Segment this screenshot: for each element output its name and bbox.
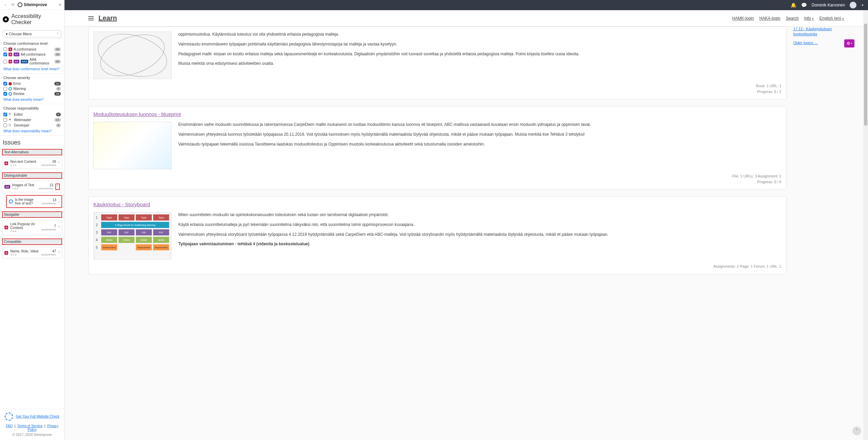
sev-error-row[interactable]: Error 11 [3, 82, 61, 85]
conformance-section: Choose conformance level A A conformance… [0, 39, 64, 74]
bell-icon[interactable]: 🔔 [791, 2, 796, 8]
caret-down-icon: ▾ [851, 42, 852, 45]
issue-image-free-of-text[interactable]: Is the image free of text? 13 occurrence… [6, 195, 62, 208]
full-check-link[interactable]: Get Your Full Website Check [16, 415, 59, 418]
conf-a-checkbox[interactable] [3, 47, 7, 51]
badge-aaa-icon: AAA [21, 60, 28, 63]
learn-link[interactable]: Learn [98, 14, 117, 22]
topic-line2: konkretisointia [793, 32, 817, 36]
developer-icon: ⟨⟩ [8, 123, 13, 127]
copyright-text: © 2017–2020 Siteimprove [2, 433, 62, 437]
conf-a-row[interactable]: A A conformance 25 [3, 47, 61, 51]
chevron-up-icon: ˄ [55, 184, 60, 190]
card1-meta: Book: 1 URL: 1 Progress: 0 / 2 [93, 83, 781, 94]
sidebar-footer: Get Your Full Website Check FAQ | Terms … [0, 409, 64, 440]
resp-webmaster-checkbox[interactable] [3, 118, 7, 122]
severity-title: Choose severity [3, 76, 61, 80]
sev-review-row[interactable]: Review 14 [3, 92, 61, 96]
hamburger-icon[interactable] [88, 16, 94, 20]
conf-aaa-checkbox[interactable] [3, 60, 7, 63]
card3-p1: Miten suunnittelen moduulin tai opintoko… [178, 212, 608, 218]
chat-icon[interactable]: 💬 [801, 2, 807, 8]
info-label: Info [804, 16, 811, 21]
badge-a-icon: A [4, 226, 8, 229]
info-link[interactable]: Info▼ [804, 16, 814, 21]
caret-down-icon: ▼ [842, 18, 844, 20]
card3-title-link[interactable]: Käsikirjoitus - Storyboard [93, 202, 150, 207]
badge-aa-icon: AA [4, 185, 10, 189]
scrollbar-thumb[interactable] [864, 24, 867, 126]
conf-aa-row[interactable]: A AA AA conformance 28 [3, 53, 61, 56]
caret-down-icon: ▼ [812, 18, 814, 20]
sev-error-checkbox[interactable] [3, 82, 7, 85]
card1-meta1: Book: 1 URL: 1 [93, 83, 781, 89]
issue-count-block: 13 occurrences [41, 198, 56, 205]
panel-header: ‹ ⟳ Siteimprove × [0, 0, 64, 10]
choose-filters-toggle[interactable]: ▾ Choose filters ˄ [3, 30, 61, 38]
sev-review-checkbox[interactable] [3, 92, 7, 96]
card2-p2: Valmennuksen yhteydessä luonnos työstetä… [178, 132, 591, 137]
checker-title-row: ✱ Accessibility Checker [0, 10, 64, 29]
chevron-up-icon: ˄ [856, 428, 858, 433]
siteimprove-panel: ‹ ⟳ Siteimprove × ✱ Accessibility Checke… [0, 0, 65, 440]
sev-warning-checkbox[interactable] [3, 87, 7, 91]
card2-p1: Ensimmäinen vaihe moduulin suunnitteluss… [178, 122, 591, 128]
severity-help-link[interactable]: What does severity mean? [3, 98, 43, 101]
haka-login-link[interactable]: HAKA-login [759, 16, 780, 21]
conf-a-label: A conformance [14, 47, 36, 51]
occurrences-label: occurrences [41, 228, 56, 231]
resp-webmaster-row[interactable]: ✦ Webmaster 17 [3, 118, 61, 122]
card2-title-link[interactable]: Moduulitoteutuksen luonnos - blueprint [93, 111, 181, 117]
close-icon[interactable]: × [59, 2, 61, 7]
scroll-to-top-button[interactable]: ˄ [852, 426, 861, 435]
back-icon[interactable]: ‹ [3, 2, 8, 7]
issue-non-text-content[interactable]: A Non-text Content 1.1.1 28 occurrences … [2, 157, 62, 169]
faq-link[interactable]: FAQ [6, 424, 13, 428]
issue-link-purpose[interactable]: A Link Purpose (In Context) 2.4.4 7 occu… [2, 220, 62, 235]
avatar[interactable] [850, 2, 856, 8]
issue-name: Link Purpose (In Context) 2.4.4 [10, 222, 39, 233]
resp-developer-row[interactable]: ⟨⟩ Developer 4 [3, 123, 61, 127]
badge-a-icon: A [8, 53, 12, 56]
issue-count: 13 [53, 198, 56, 202]
gear-button[interactable]: ⚙▾ [844, 39, 854, 47]
resp-developer-checkbox[interactable] [3, 123, 7, 127]
conformance-help-link[interactable]: What does conformance level mean? [3, 67, 59, 71]
resp-editor-row[interactable]: ✎ Editor 9 [3, 112, 61, 116]
card1-p1: oppimismuotoilua. Käytännössä toteutus v… [178, 32, 579, 37]
conf-a-count: 25 [54, 47, 61, 51]
badge-a-icon: A [4, 161, 8, 165]
card1-meta2: Progress: 0 / 2 [93, 89, 781, 95]
content-scroll[interactable]: 17.12 - Käsikirjoituksen konkretisointia… [65, 26, 868, 440]
user-name[interactable]: Dominik Karvonen [812, 3, 845, 7]
sev-error-label: Error [13, 82, 21, 85]
older-label: Older topics [793, 41, 813, 45]
language-link[interactable]: English (en)▼ [819, 16, 844, 21]
responsibility-title: Choose responsibility [3, 106, 61, 110]
scrollbar[interactable] [863, 10, 868, 440]
chevron-down-icon: ˅ [58, 226, 60, 229]
responsibility-help-link[interactable]: What does responsibility mean? [3, 129, 52, 133]
tos-link[interactable]: Terms of Service [17, 424, 42, 428]
refresh-icon[interactable]: ⟳ [10, 2, 16, 7]
issue-images-of-text[interactable]: AA Images of Text 1.4.5 13 occurrences ˄ [2, 181, 62, 192]
issue-count-block: 13 occurrences [38, 183, 53, 190]
sev-warning-row[interactable]: Warning 5 [3, 87, 61, 91]
topic-line1: 17.12 - Käsikirjoituksen [793, 27, 832, 31]
conf-aaa-row[interactable]: A AA AAA AAA conformance 30 [3, 58, 61, 65]
hamk-login-link[interactable]: HAMK-login [732, 16, 754, 21]
issue-title: Images of Text [12, 183, 34, 187]
older-topics-link[interactable]: Older topics … [793, 40, 844, 45]
card2-p3: Valmistaudu työpajaan tekemällä osioissa… [178, 141, 591, 147]
topic-link[interactable]: 17.12 - Käsikirjoituksen konkretisointia [793, 26, 844, 37]
search-link[interactable]: Search [786, 16, 799, 21]
error-icon [8, 82, 12, 85]
card3-p3: Valmennuksen yhteydessä storyboard työst… [178, 232, 608, 237]
conf-aa-checkbox[interactable] [3, 53, 7, 56]
issue-name-role-value[interactable]: A Name, Role, Value 4.1.2 47 occurrences… [2, 247, 62, 259]
issue-name: Name, Role, Value 4.1.2 [10, 249, 39, 256]
user-menu-caret-icon[interactable]: ▼ [861, 4, 864, 7]
card1-p2: Valmistaudu ensimmäiseen työpajaan pohti… [178, 41, 579, 47]
siteimprove-logo: Siteimprove [18, 2, 57, 7]
resp-editor-checkbox[interactable] [3, 113, 7, 116]
